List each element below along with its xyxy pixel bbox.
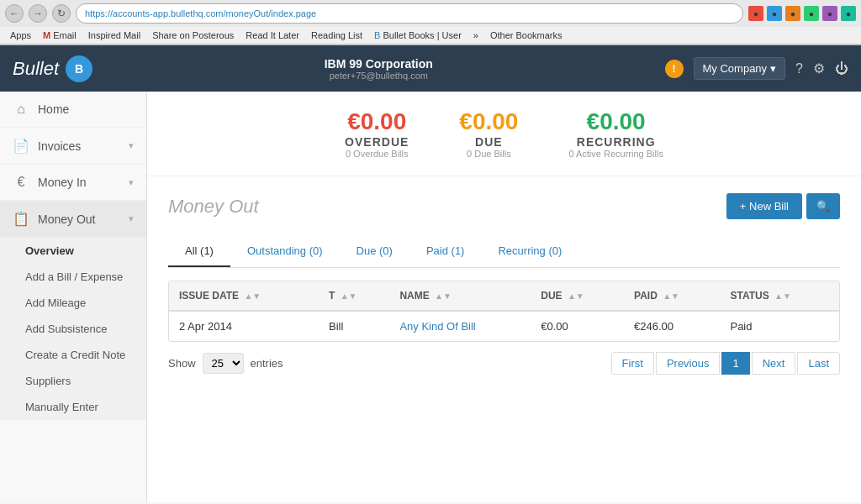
col-name[interactable]: NAME ▲▼ bbox=[389, 281, 531, 311]
warning-icon[interactable]: ! bbox=[665, 60, 684, 78]
overdue-sub: 0 Overdue Bills bbox=[345, 149, 409, 159]
settings-button[interactable]: ⚙ bbox=[813, 60, 825, 76]
overdue-amount: €0.00 bbox=[345, 108, 409, 135]
sidebar-sub-suppliers[interactable]: Suppliers bbox=[0, 368, 146, 394]
invoices-arrow: ▾ bbox=[129, 140, 134, 151]
sort-icon-date: ▲▼ bbox=[244, 291, 261, 301]
col-status[interactable]: STATUS ▲▼ bbox=[720, 281, 839, 311]
first-page-button[interactable]: First bbox=[611, 352, 654, 375]
recurring-sub: 0 Active Recurring Bills bbox=[568, 149, 663, 159]
browser-icon-1: ● bbox=[748, 6, 763, 21]
next-page-button[interactable]: Next bbox=[752, 352, 796, 375]
url-bar[interactable]: https://accounts-app.bullethq.com/moneyO… bbox=[76, 3, 743, 24]
last-page-button[interactable]: Last bbox=[797, 352, 840, 375]
browser-toolbar: ← → ↻ https://accounts-app.bullethq.com/… bbox=[0, 0, 861, 27]
my-company-button[interactable]: My Company ▾ bbox=[694, 57, 786, 80]
bookmark-more[interactable]: » bbox=[468, 29, 483, 42]
browser-icon-2: ● bbox=[767, 6, 782, 21]
browser-icon-6: ● bbox=[841, 6, 856, 21]
pagination-bar: Show 25 entries First Previous 1 Next La… bbox=[168, 342, 840, 375]
entries-label: entries bbox=[251, 357, 283, 370]
entries-select[interactable]: 25 bbox=[203, 353, 244, 374]
bookmark-read-later[interactable]: Read It Later bbox=[240, 29, 304, 42]
browser-icons: ● ● ● ● ● ● bbox=[748, 6, 856, 21]
search-button[interactable]: 🔍 bbox=[806, 193, 840, 219]
page-1-button[interactable]: 1 bbox=[721, 352, 749, 375]
tab-paid[interactable]: Paid (1) bbox=[409, 236, 482, 267]
show-label: Show bbox=[168, 357, 196, 370]
bookmark-reading-list[interactable]: Reading List bbox=[306, 29, 367, 42]
new-bill-button[interactable]: + New Bill bbox=[726, 193, 802, 219]
due-sub: 0 Due Bills bbox=[459, 149, 518, 159]
summary-bar: €0.00 OVERDUE 0 Overdue Bills €0.00 DUE … bbox=[147, 92, 861, 176]
sidebar-item-money-out[interactable]: 📋 Money Out ▾ bbox=[0, 201, 146, 238]
refresh-button[interactable]: ↻ bbox=[52, 4, 71, 23]
sidebar-item-invoices[interactable]: 📄 Invoices ▾ bbox=[0, 128, 146, 165]
help-button[interactable]: ? bbox=[795, 61, 803, 76]
col-due[interactable]: DUE ▲▼ bbox=[531, 281, 624, 311]
due-amount: €0.00 bbox=[459, 108, 518, 135]
browser-chrome: ← → ↻ https://accounts-app.bullethq.com/… bbox=[0, 0, 861, 45]
sidebar-sub-add-subsistence[interactable]: Add Subsistence bbox=[0, 316, 146, 342]
sidebar-item-money-in[interactable]: € Money In ▾ bbox=[0, 165, 146, 201]
tab-all[interactable]: All (1) bbox=[168, 236, 230, 267]
col-issue-date[interactable]: ISSUE DATE ▲▼ bbox=[169, 281, 319, 311]
sidebar-money-out-label: Money Out bbox=[38, 213, 95, 226]
table-row: 2 Apr 2014 Bill Any Kind Of Bill €0.00 €… bbox=[169, 311, 839, 341]
bookmark-posterous[interactable]: Share on Posterous bbox=[147, 29, 239, 42]
col-paid[interactable]: PAID ▲▼ bbox=[624, 281, 720, 311]
url-text: https://accounts-app.bullethq.com/moneyO… bbox=[85, 8, 316, 18]
summary-recurring: €0.00 RECURRING 0 Active Recurring Bills bbox=[568, 108, 663, 159]
sidebar-invoices-label: Invoices bbox=[38, 139, 81, 153]
home-icon: ⌂ bbox=[13, 102, 29, 117]
bookmark-email[interactable]: MEmail bbox=[38, 29, 82, 42]
sidebar: ⌂ Home 📄 Invoices ▾ € Money In ▾ 📋 Money… bbox=[0, 92, 147, 502]
header-actions: + New Bill 🔍 bbox=[726, 193, 840, 219]
sidebar-sub-overview[interactable]: Overview bbox=[0, 238, 146, 264]
money-in-arrow: ▾ bbox=[129, 177, 134, 188]
bill-name-link[interactable]: Any Kind Of Bill bbox=[399, 320, 475, 333]
page-content: Money Out + New Bill 🔍 All (1) Outstandi… bbox=[147, 176, 861, 391]
browser-icon-5: ● bbox=[822, 6, 837, 21]
summary-due: €0.00 DUE 0 Due Bills bbox=[459, 108, 518, 159]
bookmark-inspired-mail[interactable]: Inspired Mail bbox=[83, 29, 145, 42]
sidebar-sub-manually-enter[interactable]: Manually Enter bbox=[0, 394, 146, 420]
money-out-icon: 📋 bbox=[13, 211, 29, 227]
page-header: Money Out + New Bill 🔍 bbox=[168, 193, 840, 219]
sidebar-sub-add-mileage[interactable]: Add Mileage bbox=[0, 290, 146, 316]
money-in-icon: € bbox=[13, 175, 29, 190]
logo-text: Bullet bbox=[13, 58, 59, 80]
invoices-icon: 📄 bbox=[13, 138, 29, 154]
col-type[interactable]: T ▲▼ bbox=[319, 281, 389, 311]
cell-issue-date: 2 Apr 2014 bbox=[169, 311, 319, 341]
tabs: All (1) Outstanding (0) Due (0) Paid (1)… bbox=[168, 236, 840, 268]
overdue-label: OVERDUE bbox=[345, 135, 409, 149]
cell-due: €0.00 bbox=[531, 311, 624, 341]
user-email: peter+75@bullethq.com bbox=[330, 71, 428, 81]
tab-outstanding[interactable]: Outstanding (0) bbox=[230, 236, 340, 267]
sidebar-sub-add-bill[interactable]: Add a Bill / Expense bbox=[0, 264, 146, 290]
bookmark-bullet[interactable]: BBullet Books | User bbox=[369, 29, 467, 42]
tab-recurring[interactable]: Recurring (0) bbox=[481, 236, 578, 267]
bookmarks-bar: Apps MEmail Inspired Mail Share on Poste… bbox=[0, 27, 861, 45]
sidebar-sub-menu: Overview Add a Bill / Expense Add Mileag… bbox=[0, 238, 146, 420]
sort-icon-name: ▲▼ bbox=[435, 291, 452, 301]
bookmark-other[interactable]: Other Bookmarks bbox=[485, 29, 568, 42]
previous-page-button[interactable]: Previous bbox=[656, 352, 721, 375]
sort-icon-type: ▲▼ bbox=[341, 291, 357, 301]
cell-name: Any Kind Of Bill bbox=[389, 311, 531, 341]
show-entries: Show 25 entries bbox=[168, 353, 283, 374]
logo-icon[interactable]: B bbox=[66, 55, 92, 82]
cell-status: Paid bbox=[720, 311, 839, 341]
forward-button[interactable]: → bbox=[29, 4, 47, 23]
due-label: DUE bbox=[459, 135, 518, 149]
recurring-label: RECURRING bbox=[568, 135, 663, 149]
sidebar-sub-credit-note[interactable]: Create a Credit Note bbox=[0, 342, 146, 368]
cell-paid: €246.00 bbox=[624, 311, 720, 341]
tab-due[interactable]: Due (0) bbox=[340, 236, 409, 267]
main-area: ⌂ Home 📄 Invoices ▾ € Money In ▾ 📋 Money… bbox=[0, 92, 861, 502]
bookmark-apps[interactable]: Apps bbox=[5, 29, 36, 42]
back-button[interactable]: ← bbox=[5, 4, 24, 23]
power-button[interactable]: ⏻ bbox=[835, 61, 848, 76]
sidebar-item-home[interactable]: ⌂ Home bbox=[0, 92, 146, 128]
